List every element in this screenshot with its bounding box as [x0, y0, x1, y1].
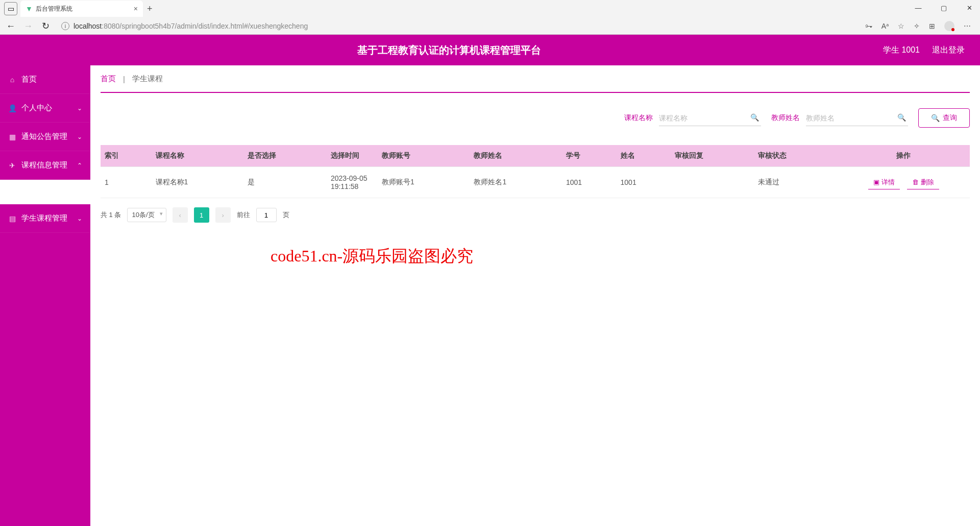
chevron-down-icon: ⌄ — [77, 215, 82, 222]
user-icon: 👤 — [8, 104, 16, 112]
logout-button[interactable]: 退出登录 — [932, 45, 965, 56]
col-course-name: 课程名称 — [152, 145, 244, 167]
app-title: 基于工程教育认证的计算机课程管理平台 — [15, 43, 883, 57]
col-index: 索引 — [101, 145, 152, 167]
col-teacher-acct: 教师账号 — [378, 145, 470, 167]
sidebar: ⌂ 首页 👤 个人中心 ⌄ ▦ 通知公告管理 ⌄ ✈ 课程信息管理 ⌃ ▤ 学 — [0, 65, 90, 526]
search-field-course: 课程名称 🔍 — [624, 110, 761, 126]
reload-button[interactable]: ↻ — [40, 20, 51, 32]
forward-button[interactable]: → — [22, 21, 34, 32]
tabs-overview-icon[interactable]: ▭ — [4, 2, 17, 15]
col-operations: 操作 — [837, 145, 970, 167]
search-field-teacher: 教师姓名 🔍 — [771, 110, 908, 126]
send-icon: ✈ — [8, 161, 16, 170]
col-teacher-name: 教师姓名 — [470, 145, 562, 167]
header-right: 学生 1001 退出登录 — [883, 45, 965, 56]
back-button[interactable]: ← — [5, 21, 16, 32]
extensions-icon[interactable]: ⊞ — [929, 22, 935, 30]
pagination: 共 1 条 10条/页 ‹ 1 › 前往 页 — [101, 198, 970, 223]
next-page-button[interactable]: › — [215, 207, 231, 223]
maximize-button[interactable]: ▢ — [936, 2, 951, 14]
cell-review-status: 未通过 — [754, 167, 837, 198]
chevron-down-icon: ⌄ — [77, 133, 82, 140]
col-student-no: 学号 — [562, 145, 617, 167]
goto-input[interactable] — [256, 208, 277, 222]
cell-review-reply — [671, 167, 754, 198]
key-icon[interactable]: 🗝 — [865, 22, 872, 30]
more-icon[interactable]: ⋯ — [964, 22, 971, 30]
chevron-down-icon: ⌄ — [77, 105, 82, 112]
search-button[interactable]: 🔍 查询 — [918, 108, 970, 128]
table-row: 1 课程名称1 是 2023-09-05 19:11:58 教师账号1 教师姓名… — [101, 167, 970, 198]
search-row: 课程名称 🔍 教师姓名 🔍 🔍 查询 — [101, 93, 970, 145]
text-icon[interactable]: Aᵃ — [881, 22, 889, 30]
cell-index: 1 — [101, 167, 152, 198]
url-text: localhost:8080/springboot5h4b7/admin/dis… — [74, 22, 308, 30]
app-root: 基于工程教育认证的计算机课程管理平台 学生 1001 退出登录 ⌂ 首页 👤 个… — [0, 35, 980, 526]
sidebar-item-home[interactable]: ⌂ 首页 — [0, 65, 90, 94]
tab-title: 后台管理系统 — [36, 5, 131, 13]
app-body: ⌂ 首页 👤 个人中心 ⌄ ▦ 通知公告管理 ⌄ ✈ 课程信息管理 ⌃ ▤ 学 — [0, 65, 980, 526]
breadcrumb-current: 学生课程 — [132, 74, 163, 84]
cell-student-no: 1001 — [562, 167, 617, 198]
site-info-icon[interactable]: i — [61, 22, 69, 30]
new-tab-button[interactable]: + — [147, 4, 153, 14]
minimize-button[interactable]: — — [911, 2, 926, 14]
sidebar-item-student-course[interactable]: ▤ 学生课程管理 ⌄ — [0, 204, 90, 233]
cell-selected: 是 — [243, 167, 327, 198]
breadcrumb-sep: | — [123, 75, 125, 83]
close-tab-icon[interactable]: × — [134, 5, 138, 13]
col-selected: 是否选择 — [243, 145, 327, 167]
home-icon: ⌂ — [8, 76, 16, 84]
favorite-icon[interactable]: ☆ — [898, 22, 904, 30]
search-label-course: 课程名称 — [624, 113, 653, 123]
col-student-name: 姓名 — [617, 145, 671, 167]
close-window-button[interactable]: ✕ — [962, 2, 977, 14]
search-icon: 🔍 — [897, 113, 906, 122]
search-label-teacher: 教师姓名 — [771, 113, 800, 123]
delete-icon: 🗑 — [912, 178, 919, 186]
browser-chrome: ▭ ▼ 后台管理系统 × + — ▢ ✕ ← → ↻ i localhost:8… — [0, 0, 980, 35]
app-header: 基于工程教育认证的计算机课程管理平台 学生 1001 退出登录 — [0, 35, 980, 65]
detail-button[interactable]: ▣ 详情 — [868, 176, 900, 189]
breadcrumb-home[interactable]: 首页 — [101, 74, 116, 84]
breadcrumb: 首页 | 学生课程 — [101, 65, 970, 93]
browser-toolbar: ← → ↻ i localhost:8080/springboot5h4b7/a… — [0, 17, 980, 35]
search-icon: 🔍 — [750, 113, 759, 122]
sidebar-item-profile[interactable]: 👤 个人中心 ⌄ — [0, 94, 90, 123]
goto-label: 前往 — [237, 210, 250, 220]
search-input-teacher[interactable] — [806, 110, 893, 126]
prev-page-button[interactable]: ‹ — [173, 207, 188, 223]
profile-icon[interactable] — [944, 21, 954, 31]
address-bar[interactable]: i localhost:8080/springboot5h4b7/admin/d… — [57, 19, 859, 33]
cell-teacher-acct: 教师账号1 — [378, 167, 470, 198]
sidebar-item-course-info[interactable]: ✈ 课程信息管理 ⌃ — [0, 151, 90, 180]
data-table: 索引 课程名称 是否选择 选择时间 教师账号 教师姓名 学号 姓名 审核回复 审… — [101, 145, 970, 198]
cell-student-name: 1001 — [617, 167, 671, 198]
page-size-select[interactable]: 10条/页 — [127, 208, 166, 222]
toolbar-icons: 🗝 Aᵃ ☆ ✧ ⊞ ⋯ — [865, 21, 975, 31]
detail-icon: ▣ — [873, 178, 879, 186]
cell-course-name: 课程名称1 — [152, 167, 244, 198]
delete-button[interactable]: 🗑 删除 — [907, 176, 939, 189]
sidebar-subitem[interactable] — [0, 180, 90, 204]
user-label[interactable]: 学生 1001 — [883, 45, 920, 56]
window-controls: — ▢ ✕ — [911, 2, 977, 14]
collections-icon[interactable]: ✧ — [914, 22, 920, 30]
browser-tab[interactable]: ▼ 后台管理系统 × — [20, 1, 143, 17]
cell-select-time: 2023-09-05 19:11:58 — [327, 167, 378, 198]
book-icon: ▤ — [8, 214, 16, 223]
chevron-up-icon: ⌃ — [77, 162, 82, 169]
col-review-status: 审核状态 — [754, 145, 837, 167]
favicon-icon: ▼ — [26, 5, 33, 13]
cell-operations: ▣ 详情 🗑 删除 — [837, 167, 970, 198]
col-select-time: 选择时间 — [327, 145, 378, 167]
goto-suffix: 页 — [283, 210, 289, 220]
cell-teacher-name: 教师姓名1 — [470, 167, 562, 198]
main-content: 首页 | 学生课程 课程名称 🔍 教师姓名 🔍 — [90, 65, 980, 526]
col-review-reply: 审核回复 — [671, 145, 754, 167]
sidebar-item-notice[interactable]: ▦ 通知公告管理 ⌄ — [0, 123, 90, 151]
page-number[interactable]: 1 — [194, 207, 209, 223]
search-icon: 🔍 — [931, 114, 940, 122]
search-input-course[interactable] — [659, 110, 746, 126]
